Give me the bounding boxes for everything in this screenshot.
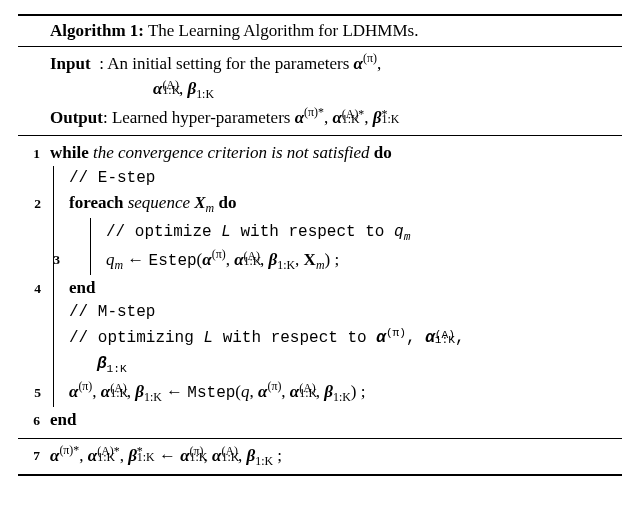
io-block: Input : An initial setting for the param… [18,47,622,137]
end-kw: end [69,278,95,297]
do-kw: do [374,143,392,162]
algo-title-text: The Learning Algorithm for LDHMMs. [148,21,419,40]
arrow-icon: ← [123,249,149,268]
line-2: 2 foreach sequence Xm do [19,190,622,218]
line-3: 3 qm ← Estep(α(π), α(A)1:K(A), β1:K, Xm)… [38,246,622,275]
estep-fn: Estep [149,251,197,269]
line-5: 5 α(π), α(A)1:K(A), β1:K ← Mstep(q, α(π)… [19,378,622,407]
alpha-A: α [153,79,162,98]
foreach-kw: foreach [69,193,123,212]
comment-optimize-qm: // optimize L with respect to qm [106,218,622,246]
alpha-pi: α [354,53,363,72]
algorithm-title: Algorithm 1: The Learning Algorithm for … [50,18,622,44]
output-kw: Output [50,108,103,127]
input-line: Input : An initial setting for the param… [18,50,622,76]
comment-optimizing: // optimizing L with respect to α(π), α(… [69,324,622,350]
algo-label: Algorithm 1: [50,21,144,40]
arrow-icon: ← [162,382,188,401]
line-4: 4 end [19,275,622,301]
while-kw: while [50,143,89,162]
end-kw: end [50,410,76,429]
line-1: 1 while the convergence criterion is not… [18,140,622,166]
X-sym: X [194,193,205,212]
mstep-fn: Mstep [187,384,235,402]
while-cond: the convergence criterion is not satisfi… [93,143,370,162]
input-text: : An initial setting for the parameters [99,53,353,72]
alpha-A-star: α [332,108,341,127]
comment-estep: // E-step [69,166,622,190]
algorithm-box: Algorithm 1: The Learning Algorithm for … [18,14,622,476]
input-kw: Input [50,53,91,72]
comment-optimizing-cont: β1:K [69,350,622,378]
beta-star: β [373,108,382,127]
line-7: 7 α(π)*, α(A)*1:K(A)*, β*1:K1:K ← α(π)1:… [18,439,622,474]
beta-1K: β [187,79,196,98]
line-6: 6 end [18,407,622,433]
body-block: 1 while the convergence criterion is not… [18,136,622,439]
input-line-cont: α(A)1:K(A), β1:K [153,76,622,104]
while-body: // E-step 2 foreach sequence Xm do // op… [53,166,622,408]
output-line: Output: Learned hyper-parameters α(π)*, … [18,104,622,130]
output-text: : Learned hyper-parameters [103,108,295,127]
alpha-pi-star: α [295,108,304,127]
comment-mstep: // M-step [69,300,622,324]
arrow-icon: ← [155,445,181,464]
foreach-body: // optimize L with respect to qm 3 qm ← … [90,218,622,275]
algorithm-title-row: Algorithm 1: The Learning Algorithm for … [18,16,622,47]
